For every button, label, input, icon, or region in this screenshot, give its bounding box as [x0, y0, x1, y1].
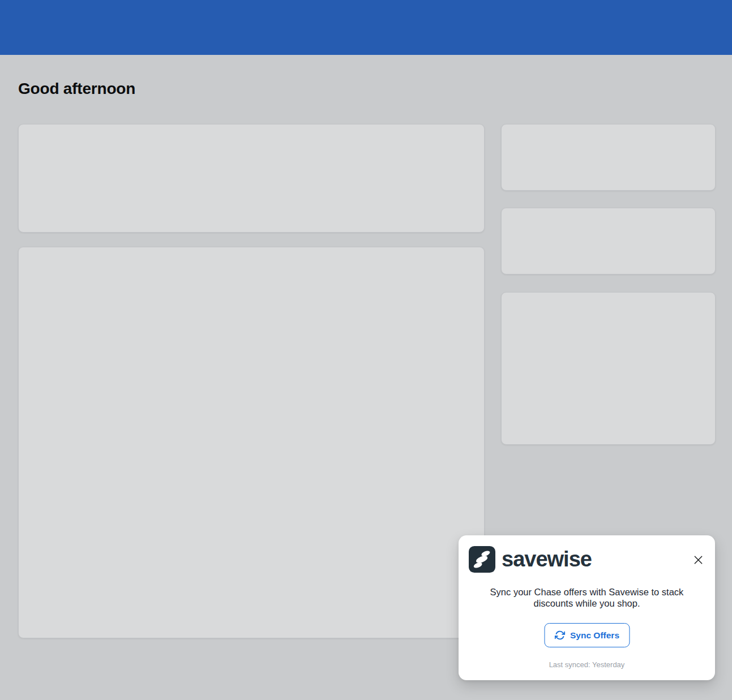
- sync-offers-label: Sync Offers: [570, 630, 619, 641]
- savewise-popup: savewise Sync your Chase offers with Sav…: [459, 535, 715, 680]
- sync-offers-button[interactable]: Sync Offers: [544, 623, 630, 647]
- placeholder-card-main-bottom: [18, 247, 485, 638]
- popup-message: Sync your Chase offers with Savewise to …: [474, 586, 700, 609]
- page-greeting: Good afternoon: [18, 80, 135, 98]
- chase-dashboard-page: Good afternoon savewise Sync your Chase …: [0, 0, 732, 700]
- sync-refresh-icon: [554, 630, 565, 641]
- app-header-bar: [0, 0, 732, 55]
- placeholder-card-side-1: [501, 124, 716, 191]
- placeholder-card-main-top: [18, 124, 485, 233]
- last-synced-text: Last synced: Yesterday: [459, 660, 715, 669]
- savewise-logo-icon: [469, 546, 495, 573]
- savewise-brand-title: savewise: [502, 547, 592, 572]
- placeholder-card-side-2: [501, 208, 716, 274]
- close-button[interactable]: [691, 552, 705, 567]
- placeholder-card-side-3: [501, 292, 716, 445]
- close-icon: [693, 555, 704, 565]
